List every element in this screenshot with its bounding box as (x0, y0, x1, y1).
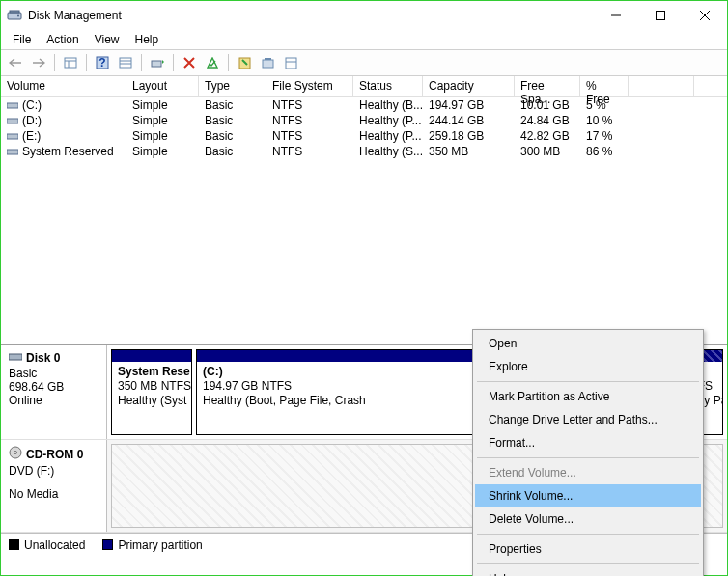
svg-rect-17 (263, 60, 273, 68)
volume-type: Basic (199, 144, 266, 159)
svg-rect-24 (7, 150, 18, 154)
volume-type: Basic (199, 97, 266, 113)
svg-rect-25 (9, 354, 22, 360)
minimize-button[interactable] (594, 1, 638, 30)
column-pctfree[interactable]: % Free (580, 76, 629, 96)
ctx-help[interactable]: Help (475, 567, 701, 576)
context-menu: Open Explore Mark Partition as Active Ch… (472, 329, 704, 576)
volume-status: Healthy (P... (353, 113, 423, 128)
svg-rect-12 (120, 58, 131, 68)
column-type[interactable]: Type (199, 76, 266, 96)
refresh-button[interactable] (147, 52, 168, 73)
ctx-properties[interactable]: Properties (475, 537, 701, 561)
column-free[interactable]: Free Spa... (515, 76, 580, 96)
disk-management-window: Disk Management File Action View Help ? (0, 0, 728, 576)
svg-point-1 (17, 15, 19, 17)
ctx-mark-active[interactable]: Mark Partition as Active (475, 385, 701, 408)
forward-button[interactable] (28, 52, 49, 73)
volume-capacity: 350 MB (423, 144, 515, 159)
column-capacity[interactable]: Capacity (423, 76, 515, 96)
svg-point-27 (14, 452, 17, 454)
help-button[interactable]: ? (92, 52, 113, 73)
volume-list-header: Volume Layout Type File System Status Ca… (1, 76, 727, 97)
volume-free: 300 MB (515, 144, 580, 159)
disk0-kind: Basic (9, 367, 98, 380)
ctx-change-letter[interactable]: Change Drive Letter and Paths... (475, 408, 701, 431)
volume-name: System Reserved (22, 145, 114, 158)
disc-icon (9, 446, 22, 462)
disk0-state: Online (9, 394, 98, 407)
tool-icon-3[interactable] (280, 52, 301, 73)
cdrom-name: CD-ROM 0 (26, 448, 83, 461)
drive-icon (7, 116, 18, 125)
ctx-shrink-volume[interactable]: Shrink Volume... (475, 484, 701, 507)
svg-rect-18 (265, 58, 271, 60)
volume-capacity: 244.14 GB (423, 113, 515, 128)
partition-system-reserved[interactable]: System Rese 350 MB NTFS Healthy (Syst (111, 349, 192, 435)
ctx-format[interactable]: Format... (475, 431, 701, 454)
settings-list-button[interactable] (115, 52, 136, 73)
app-icon (7, 8, 22, 23)
volume-row[interactable]: (C:) Simple Basic NTFS Healthy (B... 194… (1, 97, 727, 113)
menu-help[interactable]: Help (127, 31, 167, 48)
volume-status: Healthy (S... (353, 144, 423, 159)
legend-unallocated: Unallocated (24, 538, 85, 552)
disk0-sidebar[interactable]: Disk 0 Basic 698.64 GB Online (1, 345, 107, 439)
volume-pct: 17 % (580, 128, 629, 144)
volume-free: 24.84 GB (515, 113, 580, 128)
volume-free: 42.82 GB (515, 128, 580, 144)
legend-primary: Primary partition (118, 538, 202, 552)
tool-icon-1[interactable] (234, 52, 255, 73)
volume-status: Healthy (P... (353, 128, 423, 144)
column-layout[interactable]: Layout (126, 76, 199, 96)
menubar: File Action View Help (1, 30, 727, 49)
ctx-open[interactable]: Open (475, 332, 701, 355)
volume-list: (C:) Simple Basic NTFS Healthy (B... 194… (1, 97, 727, 344)
volume-name: (D:) (22, 114, 42, 127)
cdrom-state: No Media (9, 487, 98, 501)
drive-icon (7, 131, 18, 141)
volume-row[interactable]: (E:) Simple Basic NTFS Healthy (P... 259… (1, 128, 727, 144)
menu-view[interactable]: View (87, 31, 127, 48)
window-title: Disk Management (28, 9, 594, 22)
volume-pct: 10 % (580, 113, 629, 128)
svg-rect-19 (286, 58, 296, 69)
tool-icon-2[interactable] (257, 52, 278, 73)
volume-name: (E:) (22, 129, 41, 143)
volume-fs: NTFS (266, 97, 353, 113)
volume-row[interactable]: System Reserved Simple Basic NTFS Health… (1, 144, 727, 159)
column-status[interactable]: Status (353, 76, 423, 96)
column-filesystem[interactable]: File System (266, 76, 353, 96)
disk0-size: 698.64 GB (9, 380, 98, 394)
svg-rect-22 (7, 119, 18, 123)
volume-row[interactable]: (D:) Simple Basic NTFS Healthy (P... 244… (1, 113, 727, 128)
legend-swatch-primary (102, 539, 113, 550)
back-button[interactable] (5, 52, 26, 73)
volume-fs: NTFS (266, 128, 353, 144)
cdrom-sidebar[interactable]: CD-ROM 0 DVD (F:) No Media (1, 440, 107, 532)
column-blank[interactable] (629, 76, 694, 96)
volume-fs: NTFS (266, 113, 353, 128)
volume-layout: Simple (126, 113, 199, 128)
volume-capacity: 194.97 GB (423, 97, 515, 113)
volume-type: Basic (199, 128, 266, 144)
ctx-delete-volume[interactable]: Delete Volume... (475, 507, 701, 531)
ctx-extend-volume: Extend Volume... (475, 461, 701, 484)
ctx-explore[interactable]: Explore (475, 355, 701, 378)
disk-icon (9, 351, 22, 365)
partition-status: Healthy (Syst (118, 394, 185, 408)
disk0-name: Disk 0 (26, 351, 60, 365)
show-hide-pane-button[interactable] (60, 52, 81, 73)
maximize-button[interactable] (638, 1, 683, 30)
volume-fs: NTFS (266, 144, 353, 159)
svg-rect-2 (10, 11, 19, 13)
drive-icon (7, 100, 18, 110)
volume-capacity: 259.18 GB (423, 128, 515, 144)
menu-action[interactable]: Action (39, 31, 86, 48)
svg-rect-21 (7, 103, 18, 108)
column-volume[interactable]: Volume (1, 76, 126, 96)
properties-icon[interactable] (202, 52, 223, 73)
close-button[interactable] (683, 1, 727, 30)
delete-icon[interactable] (179, 52, 200, 73)
menu-file[interactable]: File (5, 31, 39, 48)
